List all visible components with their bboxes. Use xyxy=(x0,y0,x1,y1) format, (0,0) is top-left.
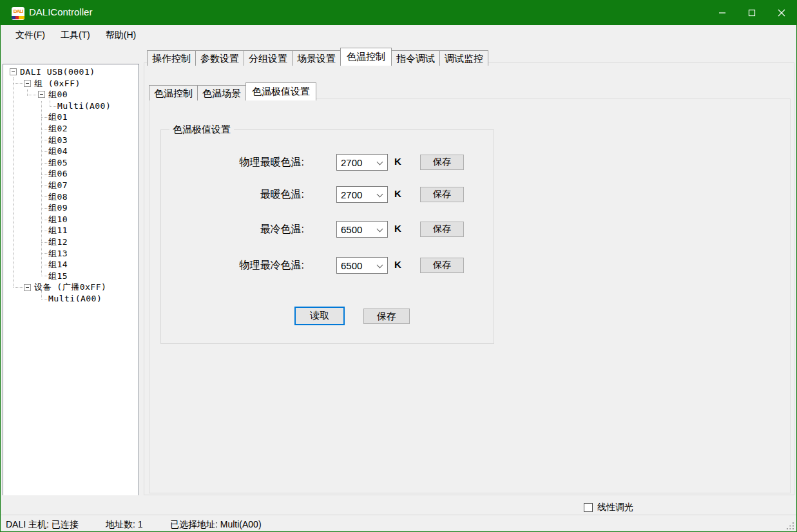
menu-item[interactable]: 帮助(H) xyxy=(98,25,144,46)
main-tab[interactable]: 分组设置 xyxy=(244,50,293,66)
tree-connector xyxy=(41,117,48,118)
status-address-count: 地址数: 1 xyxy=(106,519,143,531)
tree-item[interactable]: 组14 xyxy=(3,259,139,271)
tree-item-label: Multi(A00) xyxy=(57,101,111,111)
tree-item-label: 组01 xyxy=(48,112,68,122)
tree-item[interactable]: Multi(A00) xyxy=(3,100,139,112)
tree-connector xyxy=(41,253,48,254)
linear-dimming-label[interactable]: 线性调光 xyxy=(597,502,633,513)
chevron-down-icon xyxy=(377,226,383,233)
read-button[interactable]: 读取 xyxy=(294,307,345,325)
menu-item[interactable]: 文件(F) xyxy=(8,25,53,46)
tree-expander-icon[interactable] xyxy=(38,91,45,98)
cct-value-combobox[interactable]: 2700 xyxy=(336,154,388,171)
main-tab[interactable]: 色温控制 xyxy=(340,48,392,66)
maximize-button[interactable] xyxy=(737,1,767,25)
tree-item[interactable]: 组09 xyxy=(3,202,139,214)
tree-item-label: 组04 xyxy=(48,146,68,156)
tree-item-label: 组12 xyxy=(48,237,68,247)
tree-connector xyxy=(41,185,48,186)
tree-item[interactable]: 组02 xyxy=(3,123,139,135)
tree-connector xyxy=(14,287,24,288)
tree-item[interactable]: DALI USB(0001) xyxy=(3,66,139,78)
tree-item[interactable]: 组13 xyxy=(3,248,139,260)
main-tab[interactable]: 参数设置 xyxy=(195,50,244,66)
status-host: DALI 主机: 已连接 xyxy=(6,519,79,531)
tree-item-label: 组14 xyxy=(48,260,68,269)
sub-tab[interactable]: 色温极值设置 xyxy=(245,82,316,100)
title-bar: DALI DALIController xyxy=(1,1,796,25)
tree-item[interactable]: 组12 xyxy=(3,236,139,248)
status-bar: DALI 主机: 已连接 地址数: 1 已选择地址: Multi(A00) xyxy=(1,515,796,532)
tree-item[interactable]: 组15 xyxy=(3,271,139,282)
main-tab-bar: 操作控制参数设置分组设置场景设置色温控制指令调试调试监控 xyxy=(147,48,488,66)
row-save-button[interactable]: 保存 xyxy=(420,222,464,237)
row-save-button[interactable]: 保存 xyxy=(420,155,464,170)
menu-bar: 文件(F)工具(T)帮助(H) xyxy=(1,25,797,46)
window-title: DALIController xyxy=(29,6,92,17)
chevron-down-icon xyxy=(377,191,383,198)
tree-item-label: 组09 xyxy=(48,203,68,213)
tree-item[interactable]: 组03 xyxy=(3,135,139,146)
tree-item[interactable]: 组08 xyxy=(3,191,139,203)
tree-item[interactable]: Multi(A00) xyxy=(3,293,139,305)
tree-item[interactable]: 组00 xyxy=(3,89,139,100)
unit-label: K xyxy=(394,259,401,270)
tree-expander-icon[interactable] xyxy=(24,80,31,87)
tree-item[interactable]: 设备 (广播0xFF) xyxy=(3,281,139,293)
tree-item-label: 组15 xyxy=(48,271,68,281)
footer-strip: 线性调光 xyxy=(1,495,796,515)
close-button[interactable] xyxy=(767,1,796,25)
window-controls xyxy=(707,1,796,25)
linear-dimming-checkbox[interactable] xyxy=(584,503,593,512)
row-save-button[interactable]: 保存 xyxy=(420,187,464,202)
tree-connector xyxy=(14,83,24,84)
tree-item-label: 组08 xyxy=(48,192,68,202)
tree-connector xyxy=(28,95,39,95)
tree-item-label: 组13 xyxy=(48,249,68,258)
resize-grip-icon[interactable] xyxy=(786,522,794,530)
tree-item[interactable]: 组10 xyxy=(3,214,139,225)
tree-connector xyxy=(50,106,57,107)
row-save-button[interactable]: 保存 xyxy=(420,258,464,273)
cct-row-label: 物理最暖色温: xyxy=(161,156,304,169)
sub-tab[interactable]: 色温场景 xyxy=(197,85,246,100)
tree-item[interactable]: 组04 xyxy=(3,146,139,157)
unit-label: K xyxy=(394,188,401,199)
tree-item-label: Multi(A00) xyxy=(48,294,102,303)
minimize-button[interactable] xyxy=(707,1,737,25)
cct-value-combobox[interactable]: 2700 xyxy=(336,186,388,203)
groupbox-title: 色温极值设置 xyxy=(169,124,234,136)
tree-item[interactable]: 组05 xyxy=(3,157,139,169)
cct-row-label: 最冷色温: xyxy=(161,223,304,236)
tree-connector xyxy=(41,242,48,243)
menu-item[interactable]: 工具(T) xyxy=(53,25,98,46)
tree-connector xyxy=(41,265,48,265)
tree-item-label: 组05 xyxy=(48,158,68,167)
tree-item-label: 组03 xyxy=(48,135,68,145)
cct-value-combobox[interactable]: 6500 xyxy=(336,257,388,274)
tree-item[interactable]: 组11 xyxy=(3,225,139,236)
sub-tab[interactable]: 色温控制 xyxy=(149,85,198,100)
tree-connector xyxy=(41,174,48,175)
tree-item-label: 组 (0xFF) xyxy=(34,79,81,88)
tree-item[interactable]: 组01 xyxy=(3,111,139,123)
cct-value-combobox[interactable]: 6500 xyxy=(336,221,388,238)
tree-item[interactable]: 组06 xyxy=(3,168,139,180)
app-window: DALI DALIController 文件(F)工具(T)帮助(H) DALI… xyxy=(0,0,797,532)
main-tab[interactable]: 操作控制 xyxy=(147,50,196,66)
tree-item[interactable]: 组07 xyxy=(3,180,139,191)
save-all-button[interactable]: 保存 xyxy=(363,309,410,324)
main-tab[interactable]: 指令调试 xyxy=(391,50,440,66)
tree-item-label: 组10 xyxy=(48,214,68,224)
tree-item-label: 设备 (广播0xFF) xyxy=(34,282,106,292)
device-tree-panel: DALI USB(0001)组 (0xFF)组00Multi(A00)组01组0… xyxy=(3,64,139,497)
main-tab[interactable]: 调试监控 xyxy=(439,50,488,66)
cct-limits-groupbox: 色温极值设置 物理最暖色温:2700K保存最暖色温:2700K保存最冷色温:65… xyxy=(160,129,494,344)
tree-expander-icon[interactable] xyxy=(10,68,17,75)
main-tab[interactable]: 场景设置 xyxy=(292,50,341,66)
tree-item-label: 组06 xyxy=(48,169,68,178)
tree-expander-icon[interactable] xyxy=(24,284,31,291)
unit-label: K xyxy=(394,156,401,167)
tree-item[interactable]: 组 (0xFF) xyxy=(3,78,139,90)
